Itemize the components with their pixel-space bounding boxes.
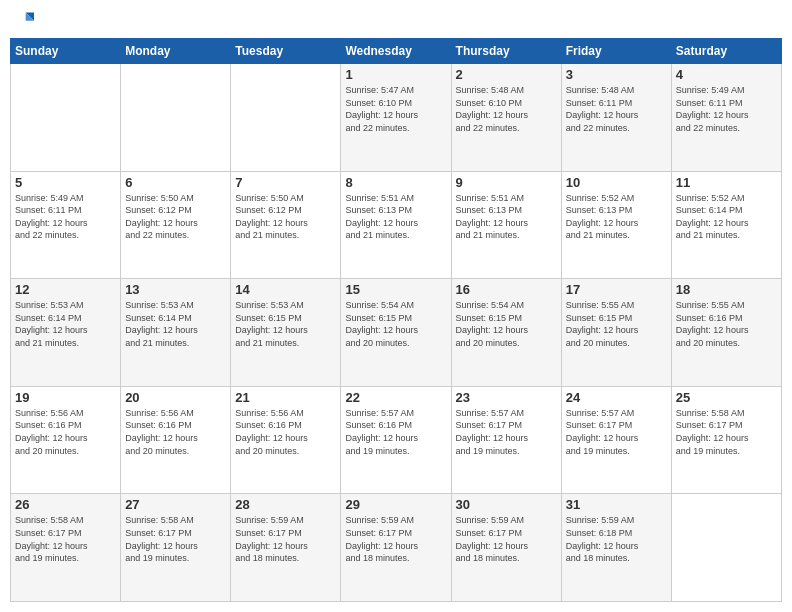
header: [10, 10, 782, 30]
day-info: Sunrise: 5:52 AM Sunset: 6:13 PM Dayligh…: [566, 192, 667, 242]
calendar-cell: [671, 494, 781, 602]
day-info: Sunrise: 5:47 AM Sunset: 6:10 PM Dayligh…: [345, 84, 446, 134]
day-info: Sunrise: 5:57 AM Sunset: 6:17 PM Dayligh…: [566, 407, 667, 457]
day-number: 3: [566, 67, 667, 82]
day-number: 13: [125, 282, 226, 297]
logo-icon: [14, 10, 34, 30]
day-info: Sunrise: 5:58 AM Sunset: 6:17 PM Dayligh…: [15, 514, 116, 564]
calendar-cell: 9Sunrise: 5:51 AM Sunset: 6:13 PM Daylig…: [451, 171, 561, 279]
calendar-cell: 16Sunrise: 5:54 AM Sunset: 6:15 PM Dayli…: [451, 279, 561, 387]
calendar-cell: 13Sunrise: 5:53 AM Sunset: 6:14 PM Dayli…: [121, 279, 231, 387]
day-info: Sunrise: 5:48 AM Sunset: 6:10 PM Dayligh…: [456, 84, 557, 134]
day-number: 20: [125, 390, 226, 405]
day-info: Sunrise: 5:58 AM Sunset: 6:17 PM Dayligh…: [676, 407, 777, 457]
calendar-week-row: 1Sunrise: 5:47 AM Sunset: 6:10 PM Daylig…: [11, 64, 782, 172]
calendar-cell: 1Sunrise: 5:47 AM Sunset: 6:10 PM Daylig…: [341, 64, 451, 172]
weekday-header: Sunday: [11, 39, 121, 64]
calendar-cell: 17Sunrise: 5:55 AM Sunset: 6:15 PM Dayli…: [561, 279, 671, 387]
weekday-header: Thursday: [451, 39, 561, 64]
day-number: 22: [345, 390, 446, 405]
day-info: Sunrise: 5:59 AM Sunset: 6:17 PM Dayligh…: [235, 514, 336, 564]
day-number: 31: [566, 497, 667, 512]
calendar-cell: 20Sunrise: 5:56 AM Sunset: 6:16 PM Dayli…: [121, 386, 231, 494]
day-info: Sunrise: 5:53 AM Sunset: 6:14 PM Dayligh…: [15, 299, 116, 349]
day-number: 26: [15, 497, 116, 512]
day-info: Sunrise: 5:59 AM Sunset: 6:17 PM Dayligh…: [456, 514, 557, 564]
day-number: 14: [235, 282, 336, 297]
day-info: Sunrise: 5:55 AM Sunset: 6:15 PM Dayligh…: [566, 299, 667, 349]
calendar-week-row: 26Sunrise: 5:58 AM Sunset: 6:17 PM Dayli…: [11, 494, 782, 602]
day-info: Sunrise: 5:57 AM Sunset: 6:17 PM Dayligh…: [456, 407, 557, 457]
day-info: Sunrise: 5:49 AM Sunset: 6:11 PM Dayligh…: [676, 84, 777, 134]
day-number: 4: [676, 67, 777, 82]
day-number: 5: [15, 175, 116, 190]
day-info: Sunrise: 5:48 AM Sunset: 6:11 PM Dayligh…: [566, 84, 667, 134]
day-info: Sunrise: 5:52 AM Sunset: 6:14 PM Dayligh…: [676, 192, 777, 242]
day-info: Sunrise: 5:53 AM Sunset: 6:15 PM Dayligh…: [235, 299, 336, 349]
day-number: 28: [235, 497, 336, 512]
day-number: 15: [345, 282, 446, 297]
calendar-cell: 15Sunrise: 5:54 AM Sunset: 6:15 PM Dayli…: [341, 279, 451, 387]
calendar-cell: 27Sunrise: 5:58 AM Sunset: 6:17 PM Dayli…: [121, 494, 231, 602]
calendar-week-row: 19Sunrise: 5:56 AM Sunset: 6:16 PM Dayli…: [11, 386, 782, 494]
day-number: 7: [235, 175, 336, 190]
calendar-cell: 11Sunrise: 5:52 AM Sunset: 6:14 PM Dayli…: [671, 171, 781, 279]
calendar-cell: [231, 64, 341, 172]
calendar-cell: [121, 64, 231, 172]
calendar-cell: [11, 64, 121, 172]
calendar-table: SundayMondayTuesdayWednesdayThursdayFrid…: [10, 38, 782, 602]
calendar-cell: 22Sunrise: 5:57 AM Sunset: 6:16 PM Dayli…: [341, 386, 451, 494]
calendar-cell: 21Sunrise: 5:56 AM Sunset: 6:16 PM Dayli…: [231, 386, 341, 494]
weekday-header: Monday: [121, 39, 231, 64]
weekday-header: Saturday: [671, 39, 781, 64]
day-number: 29: [345, 497, 446, 512]
day-number: 30: [456, 497, 557, 512]
calendar-week-row: 12Sunrise: 5:53 AM Sunset: 6:14 PM Dayli…: [11, 279, 782, 387]
day-info: Sunrise: 5:58 AM Sunset: 6:17 PM Dayligh…: [125, 514, 226, 564]
calendar-cell: 4Sunrise: 5:49 AM Sunset: 6:11 PM Daylig…: [671, 64, 781, 172]
calendar-cell: 26Sunrise: 5:58 AM Sunset: 6:17 PM Dayli…: [11, 494, 121, 602]
day-number: 19: [15, 390, 116, 405]
calendar-cell: 8Sunrise: 5:51 AM Sunset: 6:13 PM Daylig…: [341, 171, 451, 279]
day-info: Sunrise: 5:56 AM Sunset: 6:16 PM Dayligh…: [125, 407, 226, 457]
day-info: Sunrise: 5:54 AM Sunset: 6:15 PM Dayligh…: [456, 299, 557, 349]
day-number: 27: [125, 497, 226, 512]
day-number: 16: [456, 282, 557, 297]
day-number: 1: [345, 67, 446, 82]
calendar-cell: 3Sunrise: 5:48 AM Sunset: 6:11 PM Daylig…: [561, 64, 671, 172]
weekday-header: Tuesday: [231, 39, 341, 64]
calendar-cell: 5Sunrise: 5:49 AM Sunset: 6:11 PM Daylig…: [11, 171, 121, 279]
day-info: Sunrise: 5:51 AM Sunset: 6:13 PM Dayligh…: [345, 192, 446, 242]
day-number: 2: [456, 67, 557, 82]
page: SundayMondayTuesdayWednesdayThursdayFrid…: [0, 0, 792, 612]
weekday-header: Friday: [561, 39, 671, 64]
calendar-cell: 31Sunrise: 5:59 AM Sunset: 6:18 PM Dayli…: [561, 494, 671, 602]
day-number: 9: [456, 175, 557, 190]
day-info: Sunrise: 5:51 AM Sunset: 6:13 PM Dayligh…: [456, 192, 557, 242]
day-number: 12: [15, 282, 116, 297]
logo: [14, 10, 36, 30]
day-number: 17: [566, 282, 667, 297]
day-number: 8: [345, 175, 446, 190]
calendar-cell: 29Sunrise: 5:59 AM Sunset: 6:17 PM Dayli…: [341, 494, 451, 602]
day-info: Sunrise: 5:55 AM Sunset: 6:16 PM Dayligh…: [676, 299, 777, 349]
day-number: 18: [676, 282, 777, 297]
day-number: 10: [566, 175, 667, 190]
day-info: Sunrise: 5:57 AM Sunset: 6:16 PM Dayligh…: [345, 407, 446, 457]
day-info: Sunrise: 5:54 AM Sunset: 6:15 PM Dayligh…: [345, 299, 446, 349]
calendar-cell: 10Sunrise: 5:52 AM Sunset: 6:13 PM Dayli…: [561, 171, 671, 279]
day-info: Sunrise: 5:59 AM Sunset: 6:17 PM Dayligh…: [345, 514, 446, 564]
calendar-cell: 14Sunrise: 5:53 AM Sunset: 6:15 PM Dayli…: [231, 279, 341, 387]
calendar-week-row: 5Sunrise: 5:49 AM Sunset: 6:11 PM Daylig…: [11, 171, 782, 279]
day-info: Sunrise: 5:59 AM Sunset: 6:18 PM Dayligh…: [566, 514, 667, 564]
day-info: Sunrise: 5:50 AM Sunset: 6:12 PM Dayligh…: [125, 192, 226, 242]
calendar-cell: 23Sunrise: 5:57 AM Sunset: 6:17 PM Dayli…: [451, 386, 561, 494]
calendar-cell: 18Sunrise: 5:55 AM Sunset: 6:16 PM Dayli…: [671, 279, 781, 387]
day-info: Sunrise: 5:53 AM Sunset: 6:14 PM Dayligh…: [125, 299, 226, 349]
day-number: 21: [235, 390, 336, 405]
day-number: 23: [456, 390, 557, 405]
day-number: 25: [676, 390, 777, 405]
calendar-cell: 24Sunrise: 5:57 AM Sunset: 6:17 PM Dayli…: [561, 386, 671, 494]
calendar-cell: 25Sunrise: 5:58 AM Sunset: 6:17 PM Dayli…: [671, 386, 781, 494]
calendar-header-row: SundayMondayTuesdayWednesdayThursdayFrid…: [11, 39, 782, 64]
